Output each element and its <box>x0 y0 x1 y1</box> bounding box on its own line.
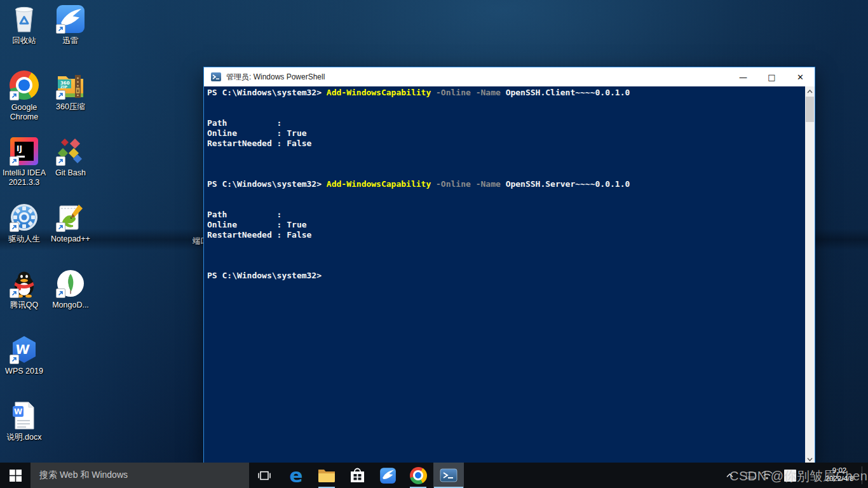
powershell-icon <box>211 72 221 82</box>
taskbar-search-input[interactable]: 搜索 Web 和 Windows <box>31 463 249 488</box>
desktop-icon-tencent-qq[interactable]: 腾讯QQ <box>0 268 48 310</box>
desktop-icon-mongodb[interactable]: MongoD... <box>46 268 95 310</box>
desktop-icon-intellij-idea[interactable]: IJ IntelliJ IDEA 2021.3.3 <box>0 136 48 187</box>
icon-label: MongoD... <box>46 301 95 310</box>
icon-label: 驱动人生 <box>0 234 48 244</box>
word-doc-icon: W <box>9 400 39 431</box>
icon-label: 回收站 <box>0 36 48 46</box>
icon-label: 腾讯QQ <box>0 301 48 310</box>
powershell-icon <box>440 468 458 483</box>
icon-label: Git Bash <box>46 168 95 178</box>
shortcut-arrow-icon <box>10 222 19 232</box>
maximize-button[interactable]: □ <box>757 67 786 86</box>
shortcut-arrow-icon <box>56 288 65 298</box>
360zip-icon: 360 ZIP <box>55 70 86 100</box>
task-view-icon <box>257 470 271 481</box>
thunder-icon <box>379 467 397 484</box>
shortcut-arrow-icon <box>10 288 19 298</box>
desktop-icon-thunder[interactable]: 迅雷 <box>46 4 95 46</box>
window-title: 管理员: Windows PowerShell <box>226 72 325 83</box>
powershell-window: 管理员: Windows PowerShell — □ ✕ PS C:\Wind… <box>203 67 815 464</box>
desktop-icon-notepad-plus-plus[interactable]: Notepad++ <box>46 202 95 244</box>
scrollbar-thumb[interactable] <box>806 97 814 122</box>
shortcut-arrow-icon <box>10 355 19 364</box>
qq-penguin-icon <box>9 268 39 299</box>
taskbar-app-edge[interactable]: e <box>281 463 311 488</box>
shortcut-arrow-icon <box>56 222 65 232</box>
shortcut-arrow-icon <box>56 156 65 166</box>
desktop: 回收站 迅雷 Google Chrome 360 ZIP <box>0 0 868 488</box>
desktop-icon-readme-docx[interactable]: W 说明.docx <box>0 400 48 442</box>
terminal-scrollbar[interactable] <box>805 86 815 464</box>
window-title-bar[interactable]: 管理员: Windows PowerShell — □ ✕ <box>204 67 815 86</box>
windows-logo-icon <box>10 470 22 482</box>
terminal-output[interactable]: PS C:\Windows\system32> Add-WindowsCapab… <box>204 86 805 464</box>
intellij-icon: IJ <box>9 136 39 166</box>
desktop-icon-wps-2019[interactable]: W WPS 2019 <box>0 334 48 376</box>
scroll-up-arrow[interactable] <box>805 86 815 96</box>
svg-text:ZIP: ZIP <box>60 85 68 89</box>
shortcut-arrow-icon <box>10 156 19 166</box>
wps-icon: W <box>9 334 39 365</box>
icon-label: 说明.docx <box>0 433 48 442</box>
close-button[interactable]: ✕ <box>786 67 815 86</box>
icon-label: 360压缩 <box>46 102 95 112</box>
desktop-icon-google-chrome[interactable]: Google Chrome <box>0 70 48 122</box>
start-button[interactable] <box>0 463 31 488</box>
desktop-icon-driver-genius[interactable]: 驱动人生 <box>0 202 48 244</box>
taskbar-app-thunder[interactable] <box>372 463 403 488</box>
chrome-icon <box>9 71 39 101</box>
notepad-plus-plus-icon <box>55 202 86 233</box>
shortcut-arrow-icon <box>10 91 19 100</box>
icon-label: Google Chrome <box>0 103 48 122</box>
desktop-icon-git-bash[interactable]: Git Bash <box>46 136 95 178</box>
taskbar-app-file-explorer[interactable] <box>311 463 342 488</box>
recycle-bin-icon <box>9 4 39 34</box>
taskbar-app-chrome[interactable] <box>403 463 433 488</box>
git-bash-icon <box>55 136 86 166</box>
svg-text:W: W <box>14 407 22 416</box>
icon-label: WPS 2019 <box>0 367 48 376</box>
desktop-icon-360zip[interactable]: 360 ZIP 360压缩 <box>46 70 95 112</box>
driver-genius-icon <box>9 202 39 233</box>
edge-icon: e <box>289 466 302 485</box>
file-explorer-icon <box>318 468 336 483</box>
shortcut-arrow-icon <box>56 90 65 100</box>
chrome-icon <box>410 467 427 484</box>
mongodb-icon <box>55 268 86 299</box>
search-placeholder: 搜索 Web 和 Windows <box>39 470 128 481</box>
icon-label: Notepad++ <box>46 234 95 244</box>
icon-label: 迅雷 <box>46 36 95 46</box>
store-icon <box>349 467 365 484</box>
csdn-watermark: CSDN @你别皱眉Chen <box>729 468 867 485</box>
icon-label: IntelliJ IDEA 2021.3.3 <box>0 168 48 187</box>
thunder-icon <box>55 4 86 34</box>
shortcut-arrow-icon <box>56 24 65 34</box>
taskbar-app-powershell[interactable] <box>433 463 464 488</box>
taskbar-app-store[interactable] <box>342 463 372 488</box>
svg-text:IJ: IJ <box>17 144 22 153</box>
desktop-icon-recycle-bin[interactable]: 回收站 <box>0 4 48 46</box>
minimize-button[interactable]: — <box>729 67 757 86</box>
task-view-button[interactable] <box>249 463 280 488</box>
